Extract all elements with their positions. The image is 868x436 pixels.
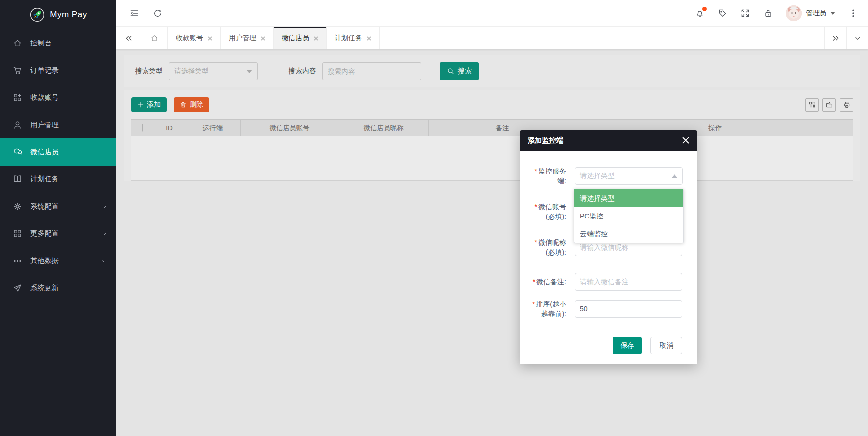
select-all-checkbox[interactable] <box>142 124 143 132</box>
send-icon <box>13 283 22 293</box>
column-settings-button[interactable] <box>805 98 819 112</box>
sidebar-item-label: 收款账号 <box>30 93 59 102</box>
modal-header: 添加监控端 <box>520 130 697 151</box>
sidebar-item-system-config[interactable]: 系统配置 <box>0 193 116 220</box>
notifications-button[interactable] <box>695 8 705 18</box>
close-icon <box>682 137 689 144</box>
close-icon[interactable] <box>314 36 318 41</box>
sidebar-item-scheduled-tasks[interactable]: 计划任务 <box>0 166 116 193</box>
sidebar-item-label: 微信店员 <box>30 147 59 157</box>
home-icon <box>13 39 22 48</box>
save-button[interactable]: 保存 <box>613 337 642 354</box>
search-type-label: 搜索类型 <box>135 67 163 76</box>
header-clerk-account: 微信店员账号 <box>240 120 339 136</box>
brand-name: Mym Pay <box>50 10 87 20</box>
wechat-nickname-label: 微信昵称 (必填): <box>538 238 566 256</box>
table-panel: 添加 删除 <box>124 90 860 181</box>
double-chevron-left-icon <box>125 34 133 42</box>
search-button[interactable]: 搜索 <box>440 62 479 80</box>
select-arrow-down-icon <box>246 70 252 73</box>
kebab-icon <box>848 8 858 18</box>
plus-icon <box>137 101 144 108</box>
sidebar-item-wechat-clerk[interactable]: 微信店员 <box>0 138 116 166</box>
lock-icon <box>763 8 773 18</box>
user-menu[interactable]: 管理员 <box>786 5 835 21</box>
cancel-button[interactable]: 取消 <box>650 337 682 354</box>
sidebar-item-payment-accounts[interactable]: 收款账号 <box>0 84 116 111</box>
grid-view-icon <box>808 101 816 109</box>
monitor-server-select[interactable]: 请选择类型 <box>575 167 683 185</box>
tabs-scroll-right-button[interactable] <box>824 27 846 49</box>
user-name: 管理员 <box>806 9 826 18</box>
sidebar-item-more-config[interactable]: 更多配置 <box>0 220 116 247</box>
tab-wechat-clerk[interactable]: 微信店员 <box>274 27 327 49</box>
sidebar-item-users[interactable]: 用户管理 <box>0 111 116 138</box>
tab-home[interactable] <box>141 27 168 49</box>
header-runtime: 运行端 <box>186 120 240 136</box>
close-icon[interactable] <box>261 36 265 41</box>
data-table: ID 运行端 微信店员账号 微信店员昵称 备注 操作 <box>131 119 853 181</box>
modal-close-button[interactable] <box>682 137 689 144</box>
tab-label: 用户管理 <box>229 34 256 43</box>
tab-label: 微信店员 <box>282 34 309 43</box>
print-button[interactable] <box>840 98 853 112</box>
more-options-button[interactable] <box>848 8 858 18</box>
tab-user-management[interactable]: 用户管理 <box>221 27 274 49</box>
chevron-down-icon <box>101 204 107 210</box>
sidebar-item-system-update[interactable]: 系统更新 <box>0 274 116 302</box>
search-type-placeholder: 请选择类型 <box>174 67 209 76</box>
sidebar-item-label: 系统更新 <box>30 283 59 293</box>
fullscreen-button[interactable] <box>740 8 750 18</box>
tabs-menu-button[interactable] <box>846 27 868 49</box>
search-content-label: 搜索内容 <box>289 67 316 76</box>
field-sort-order: *排序(越小 越靠前): <box>528 299 682 319</box>
search-panel: 搜索类型 请选择类型 搜索内容 搜索 <box>124 55 860 87</box>
dropdown-option-pc-monitor[interactable]: PC监控 <box>574 207 683 225</box>
header-id: ID <box>153 120 186 136</box>
wechat-remark-input[interactable] <box>575 273 682 291</box>
search-content-input[interactable] <box>322 62 421 80</box>
select-arrow-up-icon <box>672 174 677 178</box>
sidebar-item-label: 用户管理 <box>30 120 59 130</box>
avatar <box>786 5 802 21</box>
user-icon <box>13 120 22 130</box>
tabs-scroll-left-button[interactable] <box>116 27 141 49</box>
sidebar-item-label: 系统配置 <box>30 202 59 211</box>
sidebar-item-other-data[interactable]: 其他数据 <box>0 247 116 274</box>
print-icon <box>843 101 851 109</box>
refresh-button[interactable] <box>153 8 163 18</box>
sort-order-input[interactable] <box>575 300 682 318</box>
field-monitor-server: *监控服务端: 请选择类型 请选择类型 PC监控 云端监控 <box>528 166 682 186</box>
sidebar-item-label: 订单记录 <box>30 66 59 75</box>
refresh-icon <box>153 8 163 18</box>
delete-button[interactable]: 删除 <box>174 97 209 112</box>
delete-button-label: 删除 <box>190 100 203 109</box>
tab-label: 计划任务 <box>335 34 362 43</box>
search-type-select[interactable]: 请选择类型 <box>169 62 258 80</box>
sidebar-collapse-button[interactable] <box>129 8 139 18</box>
sort-order-label: 排序(越小 越靠前): <box>536 300 566 318</box>
tag-button[interactable] <box>718 8 727 18</box>
home-icon <box>150 34 158 42</box>
dropdown-option-cloud-monitor[interactable]: 云端监控 <box>574 225 683 243</box>
export-button[interactable] <box>822 98 836 112</box>
gear-icon <box>13 202 22 211</box>
tab-scheduled-tasks[interactable]: 计划任务 <box>327 27 380 49</box>
modal-footer: 保存 取消 <box>528 319 682 354</box>
dropdown-option-placeholder[interactable]: 请选择类型 <box>574 189 683 207</box>
wechat-account-label: 微信账号 (必填): <box>538 203 566 220</box>
sidebar-item-console[interactable]: 控制台 <box>0 30 116 57</box>
close-icon[interactable] <box>367 36 371 41</box>
add-monitor-modal: 添加监控端 *监控服务端: 请选择类型 请选择类型 PC监控 <box>520 130 697 364</box>
tab-payment-accounts[interactable]: 收款账号 <box>168 27 221 49</box>
add-button[interactable]: 添加 <box>131 97 167 112</box>
sidebar-item-orders[interactable]: 订单记录 <box>0 57 116 84</box>
main-area: 管理员 收款账号 用户管理 微信店员 计划任务 <box>116 0 868 436</box>
lock-button[interactable] <box>763 8 773 18</box>
search-icon <box>447 67 455 75</box>
table-empty-row <box>131 136 853 181</box>
close-icon[interactable] <box>208 36 212 41</box>
tag-icon <box>718 8 727 18</box>
wechat-icon <box>13 147 22 157</box>
modal-title: 添加监控端 <box>528 136 564 145</box>
